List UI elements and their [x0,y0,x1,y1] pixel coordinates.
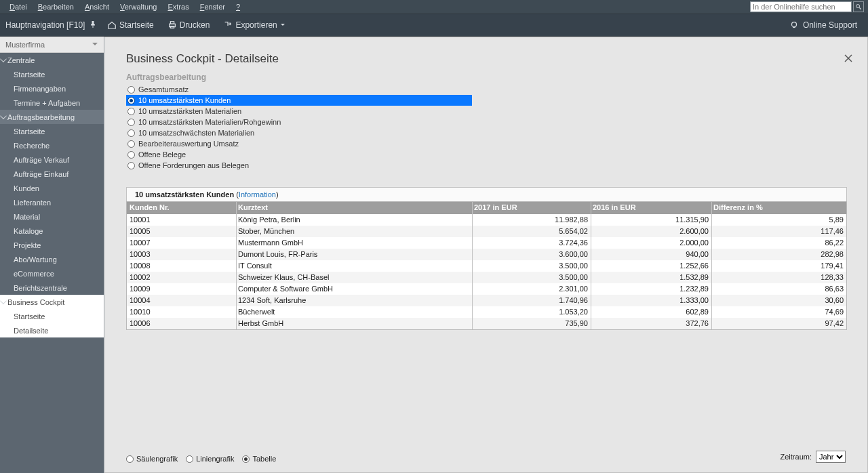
view-mode-liniengrafik[interactable]: Liniengrafik [186,455,234,463]
col-2016[interactable]: 2016 in EUR [591,202,712,214]
help-search-input[interactable] [750,1,852,12]
report-option[interactable]: Gesamtumsatz [126,84,858,95]
sidebar-item-auftr-ge-einkauf[interactable]: Aufträge Einkauf [0,167,104,181]
menu-ansicht[interactable]: Ansicht [79,0,115,14]
table-row[interactable]: 10007Mustermann GmbH3.724,362.000,0086,2… [127,237,846,249]
online-support[interactable]: Online Support [784,20,863,30]
report-option[interactable]: 10 umsatzstärksten Kunden [126,95,472,106]
cell: IT Consult [237,260,473,272]
table-subheading: 10 umsatzstärksten Kunden (Information) [126,187,847,201]
report-option[interactable]: 10 umsatzstärksten Materialien/Rohgewinn [126,117,858,127]
report-option[interactable]: Bearbeiterauswertung Umsatz [126,138,858,149]
cell: Computer & Software GmbH [237,283,473,295]
page-title: Business Cockpit - Detailseite [126,52,279,66]
sidebar-item-auftr-ge-verkauf[interactable]: Aufträge Verkauf [0,152,104,167]
table-row[interactable]: 10008IT Consult3.500,001.252,66179,41 [127,260,846,272]
sidebar-item-startseite[interactable]: Startseite [0,124,104,138]
sidebar-item-lieferanten[interactable]: Lieferanten [0,195,104,209]
sidebar-item-startseite[interactable]: Startseite [0,309,104,323]
report-option-label: 10 umsatzstärksten Kunden [138,96,231,104]
table-row[interactable]: 10005Stober, München5.654,022.600,00117,… [127,226,846,237]
table-row[interactable]: 10010Bücherwelt1.053,20602,8974,69 [127,306,846,318]
report-option[interactable]: Offene Belege [126,149,858,160]
radio-icon [127,140,135,148]
view-mode-säulengrafik[interactable]: Säulengrafik [126,455,178,463]
radio-icon [127,86,135,94]
table-row[interactable]: 100041234 Soft, Karlsruhe1.740,961.333,0… [127,295,846,306]
close-button[interactable] [844,54,854,64]
sidebar-item-projekte[interactable]: Projekte [0,238,104,252]
radio-icon [127,162,135,169]
sidebar-item-auftragsbearbeitung[interactable]: Auftragsbearbeitung [0,110,104,124]
sidebar-item-startseite[interactable]: Startseite [0,67,104,81]
col-diff[interactable]: Differenz in % [712,202,846,214]
chevron-down-icon [92,41,98,49]
subheading-title: 10 umsatzstärksten Kunden [135,190,234,199]
report-option[interactable]: 10 umsatzschwächsten Materialien [126,127,858,138]
company-selector[interactable]: Musterfirma [0,37,104,53]
online-support-label: Online Support [803,20,857,30]
pin-icon[interactable] [90,20,96,30]
sidebar-item-ecommerce[interactable]: eCommerce [0,266,104,281]
toolbar-print-label: Drucken [180,20,210,30]
report-option[interactable]: Offene Forderungen aus Belegen [126,160,858,171]
table-row[interactable]: 10001König Petra, Berlin11.982,8811.315,… [127,214,846,226]
nav-toggle[interactable]: Hauptnavigation [F10] [5,20,100,30]
toolbar-start[interactable]: Startseite [100,20,161,30]
menu-verwaltung[interactable]: Verwaltung [115,0,162,14]
close-icon [844,54,852,62]
cell: 3.600,00 [473,249,591,260]
cell: 11.315,90 [591,214,712,226]
search-icon [855,3,862,10]
cell: 117,46 [712,226,846,237]
cell: 10010 [127,306,237,318]
menu-datei[interactable]: Datei [4,0,33,14]
sidebar-item-firmenangaben[interactable]: Firmenangaben [0,81,104,96]
radio-icon [186,455,193,463]
nav-toggle-label: Hauptnavigation [F10] [5,20,85,30]
sidebar-item-zentrale[interactable]: Zentrale [0,53,104,67]
toolbar-print[interactable]: Drucken [161,20,217,30]
sidebar-item-material[interactable]: Material [0,209,104,224]
report-option[interactable]: 10 umsatzstärksten Materialien [126,106,858,117]
sidebar: Musterfirma ZentraleStartseiteFirmenanga… [0,37,104,473]
sidebar-item-abo-wartung[interactable]: Abo/Wartung [0,252,104,266]
table-row[interactable]: 10006Herbst GmbH735,90372,7697,42 [127,318,846,329]
sidebar-item-detailseite[interactable]: Detailseite [0,323,104,337]
radio-icon [126,455,134,463]
cell: 372,76 [591,318,712,329]
cell: 30,60 [712,295,846,306]
view-mode-tabelle[interactable]: Tabelle [242,455,276,463]
menu-extras[interactable]: Extras [162,0,194,14]
view-mode-label: Säulengrafik [136,455,178,463]
table-row[interactable]: 10002Schweizer Klaus, CH-Basel3.500,001.… [127,272,846,283]
help-search-go[interactable] [853,1,864,12]
cell: 2.600,00 [591,226,712,237]
cell: 602,89 [591,306,712,318]
sidebar-item-termine-aufgaben[interactable]: Termine + Aufgaben [0,96,104,110]
toolbar-export[interactable]: Exportieren [216,20,292,30]
sidebar-item-business-cockpit[interactable]: Business Cockpit [0,295,104,309]
sidebar-item-kunden[interactable]: Kunden [0,181,104,195]
table-header: Kunden Nr. Kurztext 2017 in EUR 2016 in … [127,202,846,214]
menu-bearbeiten[interactable]: Bearbeiten [33,0,79,14]
cell: 1.532,89 [591,272,712,283]
menu-fenster[interactable]: Fenster [195,0,231,14]
sidebar-item-recherche[interactable]: Recherche [0,138,104,152]
cell: Herbst GmbH [237,318,473,329]
report-radio-list: Gesamtumsatz10 umsatzstärksten Kunden10 … [115,84,858,171]
cell: 74,69 [712,306,846,318]
toolbar: Hauptnavigation [F10] Startseite Drucken… [0,14,868,37]
sidebar-item-kataloge[interactable]: Kataloge [0,224,104,238]
period-select[interactable]: Jahr [816,451,846,463]
information-link[interactable]: Information [239,190,276,199]
col-2017[interactable]: 2017 in EUR [473,202,591,214]
menu-?[interactable]: ? [231,0,245,14]
cell: 1.252,66 [591,260,712,272]
table-row[interactable]: 10003Dumont Louis, FR-Paris3.600,00940,0… [127,249,846,260]
col-kurztext[interactable]: Kurztext [237,202,473,214]
sidebar-item-berichtszentrale[interactable]: Berichtszentrale [0,281,104,295]
cell: 10002 [127,272,237,283]
col-kundennr[interactable]: Kunden Nr. [127,202,237,214]
table-row[interactable]: 10009Computer & Software GmbH2.301,001.2… [127,283,846,295]
